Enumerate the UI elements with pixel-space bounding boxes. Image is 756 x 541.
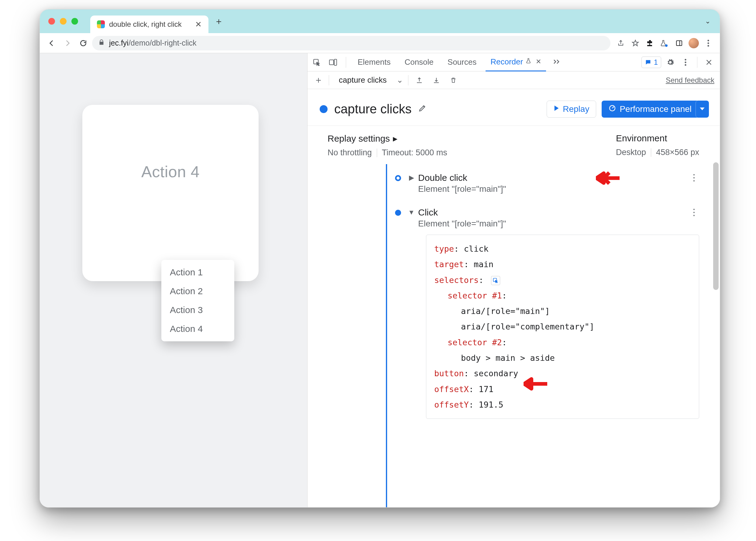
import-icon[interactable]	[430, 74, 442, 86]
flask-icon	[526, 58, 532, 66]
timeline: ▶ Double click Element "[role="main"]" ⋮	[307, 164, 711, 438]
settings-gear-icon[interactable]	[664, 56, 676, 68]
recorder-step[interactable]: ▼ Click Element "[role="main"]" ⋮ type: …	[390, 201, 699, 426]
share-icon[interactable]	[614, 36, 627, 50]
replay-button[interactable]: Replay	[547, 101, 596, 118]
settings-row: Replay settings ▸ No throttling Timeout:…	[307, 126, 711, 164]
profile-avatar[interactable]	[687, 36, 700, 50]
device-value: Desktop	[616, 148, 646, 157]
svg-rect-5	[329, 60, 334, 65]
play-icon	[554, 105, 559, 113]
performance-panel-button[interactable]: Performance panel	[602, 101, 699, 118]
delete-icon[interactable]	[447, 74, 460, 86]
demo-card-title: Action 4	[141, 163, 199, 181]
bookmark-star-icon[interactable]	[629, 36, 642, 50]
edit-title-icon[interactable]	[418, 104, 427, 115]
devtools-tab-label: Recorder	[491, 57, 523, 67]
annotation-arrow-icon	[596, 169, 620, 187]
new-recording-button[interactable]: ＋	[313, 75, 324, 86]
step-title: Click	[418, 207, 438, 218]
context-menu-item[interactable]: Action 2	[161, 282, 234, 300]
performance-panel-dropdown[interactable]	[695, 101, 709, 118]
environment-heading: Environment	[616, 133, 699, 144]
chrome-menu-icon[interactable]	[702, 36, 715, 50]
tab-title: double click, right click	[109, 20, 182, 29]
inspect-element-icon[interactable]	[310, 56, 323, 68]
maximize-window-icon[interactable]	[71, 18, 78, 25]
chevron-down-icon[interactable]: ⌄	[397, 75, 403, 85]
svg-point-8	[685, 61, 686, 63]
performance-panel-label: Performance panel	[619, 104, 692, 114]
step-subtitle: Element "[role="main"]"	[418, 219, 699, 229]
context-menu-item[interactable]: Action 3	[161, 300, 234, 319]
side-panel-icon[interactable]	[672, 36, 686, 50]
devtools-panel: Elements Console Sources Recorder ✕	[307, 53, 720, 507]
recording-select[interactable]: capture clicks	[334, 75, 392, 85]
chevron-down-icon[interactable]: ▼	[408, 209, 415, 217]
step-detail: type: click target: main selectors: sele…	[426, 235, 699, 419]
back-button[interactable]	[45, 36, 59, 50]
viewport-value: 458×566 px	[656, 148, 699, 157]
minimize-window-icon[interactable]	[60, 18, 67, 25]
recorder-toolbar: ＋ capture clicks ⌄	[307, 71, 720, 89]
context-menu-item[interactable]: Action 4	[161, 319, 234, 338]
annotation-arrow-icon	[524, 375, 548, 392]
browser-window: double click, right click ✕ ＋ ⌄ j	[40, 9, 720, 508]
close-tab-icon[interactable]: ✕	[536, 58, 541, 66]
scrollbar[interactable]	[711, 126, 720, 507]
element-picker-icon[interactable]	[491, 276, 500, 285]
step-menu-icon[interactable]: ⋮	[689, 207, 699, 217]
extensions-icon[interactable]	[643, 36, 657, 50]
step-node-icon	[395, 175, 401, 181]
step-title: Double click	[418, 173, 467, 183]
forward-button[interactable]	[61, 36, 75, 50]
devtools-menu-icon[interactable]	[679, 56, 692, 68]
recording-status-dot-icon	[320, 105, 328, 113]
svg-point-9	[685, 64, 686, 66]
tabs-overflow-icon[interactable]: ⌄	[701, 15, 714, 28]
close-tab-icon[interactable]: ✕	[186, 20, 202, 29]
issues-badge[interactable]: 1	[641, 57, 661, 68]
step-menu-icon[interactable]: ⋮	[689, 172, 699, 183]
recording-title: capture clicks	[334, 102, 411, 116]
favicon-icon	[97, 20, 105, 28]
close-devtools-icon[interactable]	[703, 56, 715, 68]
url-text: jec.fyi/demo/dbl-right-click	[109, 39, 196, 47]
devtools-tab-elements[interactable]: Elements	[353, 53, 395, 71]
browser-tab[interactable]: double click, right click ✕	[90, 16, 208, 33]
new-tab-button[interactable]: ＋	[212, 15, 225, 28]
context-menu-item[interactable]: Action 1	[161, 263, 234, 282]
device-toolbar-icon[interactable]	[327, 56, 339, 68]
reload-button[interactable]	[76, 36, 90, 50]
issues-count: 1	[654, 58, 658, 67]
chevron-right-icon: ▸	[393, 133, 397, 144]
gauge-icon	[608, 104, 616, 114]
timeline-line	[386, 164, 387, 507]
send-feedback-link[interactable]: Send feedback	[666, 76, 714, 85]
more-tabs-icon[interactable]	[550, 56, 563, 68]
svg-point-1	[707, 40, 709, 41]
address-bar: jec.fyi/demo/dbl-right-click	[40, 33, 720, 53]
devtools-tab-console[interactable]: Console	[400, 53, 438, 71]
svg-point-7	[685, 59, 686, 60]
labs-flask-icon[interactable]	[658, 36, 671, 50]
export-icon[interactable]	[413, 74, 425, 86]
svg-point-2	[707, 42, 709, 44]
recorder-header: capture clicks Replay	[307, 89, 720, 126]
devtools-tab-recorder[interactable]: Recorder ✕	[486, 53, 546, 71]
toolbar-right	[612, 36, 715, 50]
replay-settings-heading[interactable]: Replay settings ▸	[328, 133, 447, 144]
step-subtitle: Element "[role="main"]"	[418, 184, 699, 194]
replay-label: Replay	[563, 104, 589, 114]
recorder-step[interactable]: ▶ Double click Element "[role="main"]" ⋮	[390, 167, 699, 201]
timeout-value: Timeout: 5000 ms	[382, 148, 447, 158]
page-viewport: Action 4 Action 1 Action 2 Action 3 Acti…	[40, 53, 307, 507]
devtools-tab-sources[interactable]: Sources	[443, 53, 481, 71]
demo-card[interactable]: Action 4	[82, 105, 258, 281]
chevron-right-icon[interactable]: ▶	[408, 174, 415, 182]
scrollbar-thumb[interactable]	[713, 162, 719, 290]
close-window-icon[interactable]	[48, 18, 55, 25]
throttling-value: No throttling	[328, 148, 372, 158]
omnibox[interactable]: jec.fyi/demo/dbl-right-click	[92, 36, 610, 50]
devtools-tabbar: Elements Console Sources Recorder ✕	[307, 53, 720, 71]
